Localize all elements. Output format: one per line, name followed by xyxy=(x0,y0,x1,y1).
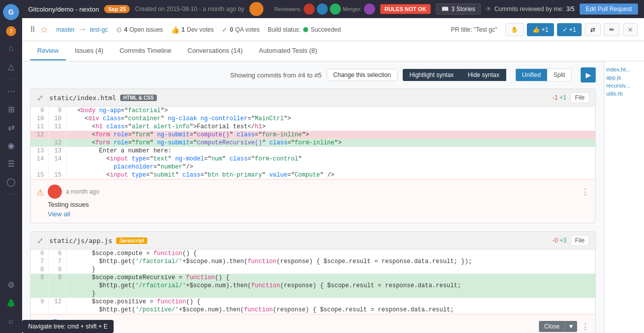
build-dot xyxy=(303,27,308,32)
stories-label: 3 Stories xyxy=(451,6,475,13)
right-panel-link-4[interactable]: utils.rb xyxy=(606,90,642,98)
top-bar: Gitcolony/demo - nexton Sep 25 Created o… xyxy=(22,0,644,18)
code-line: $http.get('/positive/'+$scope.num).then(… xyxy=(31,306,595,314)
commits-reviewed-label: Commits reviewed by me: xyxy=(494,6,564,13)
sidebar-item-tree[interactable]: 🌲 xyxy=(3,295,19,311)
sidebar-item-alerts[interactable]: △ xyxy=(3,58,19,74)
file-button-2[interactable]: File xyxy=(571,235,589,246)
author-avatar xyxy=(249,2,263,16)
open-issues-label: Open issues xyxy=(129,26,163,33)
tooltip-bar: Navigate tree: cmd + shift + E xyxy=(22,320,114,333)
tab-conversations[interactable]: Conversations (14) xyxy=(180,42,250,60)
syntax-controls: Hightlight syntax Hide syntax xyxy=(403,69,507,81)
code-content: } xyxy=(66,266,595,274)
date-badge: Sep 25 xyxy=(104,5,130,13)
code-content: $scope.compute = function() { xyxy=(66,249,595,258)
view-toggle: Unified Split xyxy=(515,68,572,81)
right-panel-link-2[interactable]: app.js xyxy=(606,73,642,81)
tab-issues[interactable]: Issues (4) xyxy=(68,42,111,60)
line-num-left xyxy=(31,282,48,290)
line-num-left xyxy=(31,306,48,314)
code-line-added: 12 <form role="form" ng-submit="computeR… xyxy=(31,139,595,147)
close-button[interactable]: Close xyxy=(539,321,565,332)
highlight-syntax-button[interactable]: Hightlight syntax xyxy=(403,69,461,81)
pause-icon[interactable]: ⏸ xyxy=(28,24,37,35)
close-dropdown-button[interactable]: ▼ xyxy=(565,321,577,332)
line-num-left xyxy=(31,290,48,298)
merger-avatar xyxy=(364,4,375,15)
line-num-right: 11 xyxy=(48,123,66,131)
warning-area: ⚠ xyxy=(37,185,44,200)
sidebar-item-search[interactable]: ⌕ xyxy=(3,313,19,329)
created-info: Created on 2015-08-10 - a month ago by xyxy=(135,6,244,13)
commits-reviewed: 👁 Commits reviewed by me: 3/5 xyxy=(486,6,575,13)
right-panel-link-1[interactable]: index.ht... xyxy=(606,65,642,73)
code-line: 9 9 <body ng-app="factorial"> xyxy=(31,107,595,115)
video-button[interactable]: ▶ xyxy=(581,67,596,82)
sidebar-item-circle[interactable]: ◉ xyxy=(3,137,19,153)
line-num-right: 13 xyxy=(48,147,66,155)
hide-syntax-button[interactable]: Hide syntax xyxy=(461,69,507,81)
comment-content-1: a month ago ⋮ Testing issues View all xyxy=(48,185,589,218)
merge-action-button[interactable]: ⇄ xyxy=(585,23,601,36)
view-all-link[interactable]: View all xyxy=(48,210,589,218)
sidebar-item-group[interactable]: ◯ xyxy=(3,174,19,190)
expand-icon-1[interactable]: ⤢ xyxy=(37,93,43,103)
unified-view-button[interactable]: Unified xyxy=(516,69,547,81)
comment-more-icon-1[interactable]: ⋮ xyxy=(581,187,589,197)
code-line-added: } xyxy=(31,290,595,298)
file-button-1[interactable]: File xyxy=(571,92,589,103)
build-status-label: Build status: xyxy=(268,26,301,33)
edit-action-button[interactable]: ✏ xyxy=(604,23,620,36)
sidebar-item-dots1[interactable]: ⋯ xyxy=(3,83,19,99)
commits-reviewed-value: 3/5 xyxy=(566,6,575,13)
expand-icon-2[interactable]: ⤢ xyxy=(37,236,43,245)
app-logo[interactable]: G xyxy=(3,4,19,20)
code-line: 15 15 <input type="submit" class="btn bt… xyxy=(31,171,595,179)
branch-arrow-icon: → xyxy=(78,24,87,35)
line-num-right xyxy=(48,131,66,139)
hand-action-button[interactable]: ✋ xyxy=(505,23,524,36)
code-content: $http.get('/positive/'+$scope.num).then(… xyxy=(66,306,595,314)
merger-label: Merger: xyxy=(343,6,362,12)
pr-title-value: "Test gc" xyxy=(474,26,497,33)
sidebar-item-home[interactable]: ⌂ xyxy=(3,40,19,56)
sidebar-item-settings[interactable]: ⚙ xyxy=(3,277,19,293)
code-content: placeholder="number"/> xyxy=(66,163,595,171)
file-header-2: ⤢ static/js/app.js Javascript -0 +3 File xyxy=(31,232,595,249)
star-icon[interactable]: ☆ xyxy=(40,24,48,35)
code-content: <form role="form" ng-submit="computeRecu… xyxy=(66,139,595,147)
code-content: <form role="form" ng-submit="compute()" … xyxy=(66,131,595,139)
split-view-button[interactable]: Split xyxy=(547,69,571,81)
line-num-right: 10 xyxy=(48,115,66,123)
sidebar: G 7 ⌂ △ ⋯ ⊞ ⇄ ◉ ☰ ◯ ⚙ 🌲 ⌕ xyxy=(0,0,22,333)
change-selection-button[interactable]: Change this selection xyxy=(327,69,398,81)
code-line: 8 8 } xyxy=(31,266,595,274)
tab-review[interactable]: Review xyxy=(30,42,66,60)
edit-pr-button[interactable]: Edit Pull Request xyxy=(580,4,638,15)
code-content: $scope.computeRecursive = function() { xyxy=(66,274,595,282)
sidebar-item-merge[interactable]: ⇄ xyxy=(3,119,19,135)
file-name-1: static/index.html xyxy=(49,94,116,102)
stories-button[interactable]: 📖 3 Stories xyxy=(436,4,481,15)
dev-votes-count: 1 xyxy=(181,26,185,33)
thumbsup-plus1-button[interactable]: 👍 +1 xyxy=(527,23,554,36)
file-header-1: ⤢ static/index.html HTML & CSS -1 +1 Fil… xyxy=(31,89,595,107)
dev-votes-label: Dev votes xyxy=(187,26,214,33)
code-content: $http.get('/rfactorial/'+$scope.num).the… xyxy=(66,282,595,290)
tab-automated-tests[interactable]: Automated Tests (8) xyxy=(252,42,324,60)
checkmark-plus1-button[interactable]: ✓ +1 xyxy=(557,23,582,36)
sidebar-item-grid[interactable]: ⊞ xyxy=(3,101,19,117)
comment-more-icon-2[interactable]: ⋮ xyxy=(581,322,589,331)
code-line-removed: 12 <form role="form" ng-submit="compute(… xyxy=(31,131,595,139)
sidebar-item-list[interactable]: ☰ xyxy=(3,155,19,172)
sidebar-bottom: ⚙ 🌲 ⌕ xyxy=(3,277,19,329)
rules-status: RULES NOT OK xyxy=(380,4,431,14)
qa-votes-count: 0 xyxy=(230,26,233,33)
stat-minus-1: -1 xyxy=(553,94,558,101)
code-line-added: $http.get('/rfactorial/'+$scope.num).the… xyxy=(31,282,595,290)
branch-to: test-gc xyxy=(90,26,108,33)
close-action-button[interactable]: ✕ xyxy=(623,23,638,36)
tab-commits-timeline[interactable]: Commits Timeline xyxy=(113,42,178,60)
right-panel-link-3[interactable]: recursiv... xyxy=(606,81,642,90)
